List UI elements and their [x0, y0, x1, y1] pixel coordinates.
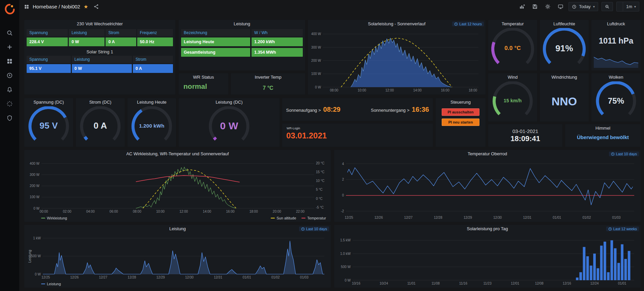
- sidebar-item-dashboards[interactable]: [3, 54, 17, 68]
- time-override-badge: Last 12 hours: [452, 22, 484, 26]
- svg-text:01/01: 01/01: [618, 282, 626, 285]
- refresh-button[interactable]: [617, 2, 623, 11]
- panel-leistung-chart: Leistung Last 10 days Leistung 0 W500 W1…: [24, 224, 331, 288]
- svg-text:400 W: 400 W: [311, 32, 321, 36]
- panel-title[interactable]: AC Wirkleistung, WR-Temperatur und Sonne…: [24, 150, 331, 158]
- svg-text:-2: -2: [341, 209, 344, 213]
- panel-title[interactable]: Leistung: [24, 225, 331, 233]
- time-range-label: Today: [579, 4, 591, 9]
- legend-item[interactable]: Wirkleistung: [41, 216, 67, 220]
- panel-wolken: Wolken 75%: [591, 73, 641, 122]
- panel-title[interactable]: Leistung Heute: [127, 98, 176, 106]
- table-cell: 0 W: [69, 37, 105, 46]
- legend-item[interactable]: Sun altitude: [271, 216, 296, 220]
- clock-date: 03-01-2021: [513, 128, 538, 134]
- panel-title[interactable]: Himmel: [565, 124, 641, 132]
- gauge-value: 15 km/h: [488, 98, 537, 103]
- svg-text:12/08: 12/08: [535, 282, 544, 285]
- panel-title[interactable]: Inverter Temp: [231, 73, 305, 81]
- panel-title[interactable]: Leistung (DC): [179, 98, 280, 106]
- svg-text:100 W: 100 W: [311, 72, 321, 76]
- svg-text:12/25: 12/25: [345, 216, 353, 219]
- refresh-picker: 1m ▾: [616, 2, 639, 11]
- svg-text:-5 °C: -5 °C: [316, 206, 324, 209]
- search-icon: [6, 30, 13, 36]
- solar-verlauf-chart[interactable]: 0 W100 W200 W300 W400 W08:0010:0012:0014…: [309, 29, 484, 93]
- gauge-value: 0.0 °C: [488, 45, 537, 52]
- sidebar-item-add[interactable]: [3, 40, 17, 54]
- badge-label: Last 12 weeks: [613, 227, 637, 231]
- temperatur-oberrod-chart[interactable]: -202412/2512/2612/2712/2812/2912/3012/31…: [335, 159, 639, 220]
- gauge-value: 0 A: [76, 121, 125, 131]
- svg-text:1.5 kW: 1.5 kW: [340, 238, 351, 242]
- sidebar-item-explore[interactable]: [3, 68, 17, 82]
- panel-title[interactable]: Steuerung: [436, 98, 486, 106]
- temperatur-gauge: 0.0 °C: [488, 28, 537, 69]
- time-range-picker[interactable]: Today ▾: [568, 2, 598, 11]
- panel-luftfeuchte: Luftfeuchte 91%: [539, 20, 589, 71]
- panel-title[interactable]: Wolken: [591, 73, 641, 81]
- svg-text:12/25: 12/25: [41, 275, 50, 279]
- save-dashboard-icon[interactable]: [530, 2, 539, 11]
- grafana-logo[interactable]: [3, 3, 16, 16]
- table-cell: 1.200 kWh: [252, 37, 303, 46]
- legend-item[interactable]: Leistung: [41, 282, 61, 286]
- dashboard-icon: [24, 4, 29, 9]
- sunset-label: Sonnenuntergang >: [371, 108, 410, 113]
- leistung-chart[interactable]: 0 W500 W1 kW12/2512/2612/2712/2812/2912/…: [25, 234, 329, 280]
- compass-icon: [6, 72, 13, 79]
- solarleistung-pro-tag-chart[interactable]: 0 W500 W1.0 kW1.5 kW10/1610/2411/0111/08…: [335, 234, 639, 286]
- legend-item[interactable]: Temperatur: [301, 216, 326, 220]
- pi-neu-starten-button[interactable]: PI neu starten: [442, 118, 479, 126]
- svg-text:22:00: 22:00: [296, 210, 304, 213]
- clock-icon: [572, 4, 577, 9]
- share-icon[interactable]: [91, 2, 101, 11]
- ac-wirkleistung-chart[interactable]: 0 W100 W200 W300 W400 W-5 °C0 °C5 °C10 °…: [25, 159, 329, 214]
- svg-text:01/01: 01/01: [553, 216, 561, 219]
- panel-title[interactable]: Solarleistung pro Tag: [334, 225, 641, 233]
- panel-title[interactable]: Windrichtung: [540, 73, 589, 81]
- legend-left: Leistung: [41, 282, 61, 286]
- sidebar-item-search[interactable]: [3, 26, 17, 40]
- windrichtung-value: NNO: [540, 81, 589, 122]
- refresh-interval-label: 1m: [626, 4, 632, 9]
- chevron-down-icon: ▾: [634, 5, 636, 8]
- sidebar-item-server-admin[interactable]: [3, 111, 17, 125]
- table-cell: 0 A: [106, 37, 136, 46]
- panel-title[interactable]: Temperatur Oberrod: [334, 150, 641, 158]
- pi-ausschalten-button[interactable]: PI ausschalten: [442, 108, 479, 116]
- panel-title[interactable]: Spannung (DC): [24, 98, 73, 106]
- sidebar: [0, 0, 19, 291]
- svg-text:1 kW: 1 kW: [33, 236, 41, 240]
- svg-text:12/30: 12/30: [185, 275, 194, 279]
- panel-title[interactable]: Temperatur: [488, 20, 537, 28]
- sunrise-group: Sonnenaufgang > 08:29: [286, 106, 341, 113]
- sunrise-label: Sonnenaufgang >: [286, 108, 321, 113]
- favorite-star-icon[interactable]: ★: [84, 4, 88, 9]
- panel-title[interactable]: WR Status: [179, 73, 228, 81]
- breadcrumb[interactable]: Homebase / Nobi002: [33, 4, 80, 9]
- leistung-dc-gauge: 0 W: [179, 106, 280, 145]
- table-solar-header: Spannung Leistung Strom: [24, 56, 175, 63]
- badge-label: Last 10 days: [306, 227, 327, 231]
- table-row: Leistung Heute 1.200 kWh: [179, 37, 305, 46]
- refresh-interval-dropdown[interactable]: 1m ▾: [623, 2, 639, 11]
- zoom-out-button[interactable]: [602, 2, 613, 11]
- add-panel-icon[interactable]: [517, 2, 527, 11]
- panel-title[interactable]: Wind: [488, 73, 537, 81]
- gauge-value: 0 W: [179, 120, 280, 132]
- panel-title[interactable]: Leistung: [179, 20, 305, 28]
- leistung-heute-gauge: 1.200 kWh: [127, 106, 176, 145]
- panel-title[interactable]: Strom (DC): [76, 98, 125, 106]
- himmel-value: Überwiegend bewölkt: [565, 134, 641, 140]
- svg-text:0 W: 0 W: [345, 279, 351, 282]
- panel-title[interactable]: Luftdruck: [591, 20, 641, 28]
- sidebar-item-alerting[interactable]: [3, 82, 17, 97]
- cycle-view-monitor-icon[interactable]: [556, 2, 565, 11]
- dashboard-settings-icon[interactable]: [543, 2, 552, 11]
- panel-title[interactable]: 230 Volt Wechselrichter: [24, 20, 175, 28]
- svg-text:01/03: 01/03: [300, 275, 309, 279]
- panel-title[interactable]: Luftfeuchte: [540, 20, 589, 28]
- panel-solarleistung-sonnenverlauf: Solarleistung - Sonnenverlauf Last 12 ho…: [308, 20, 486, 95]
- sidebar-item-configuration[interactable]: [3, 97, 17, 111]
